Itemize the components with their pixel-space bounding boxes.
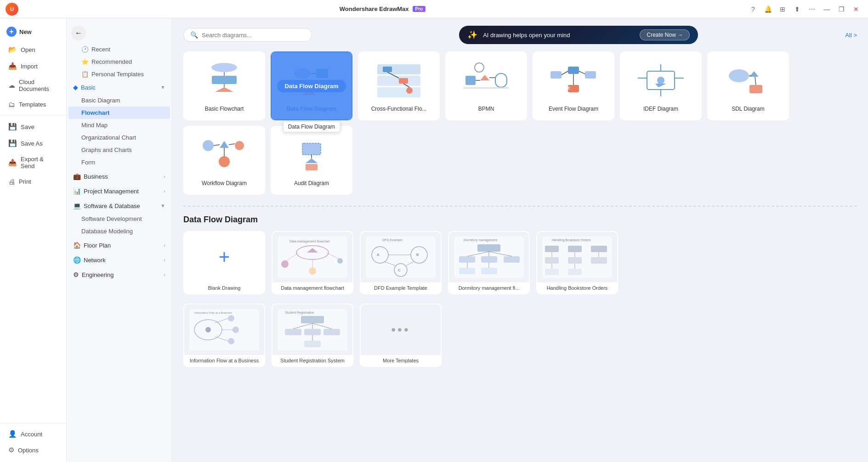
nav-item-graphs[interactable]: Graphs and Charts: [68, 144, 170, 156]
svg-point-66: [337, 258, 343, 264]
sidebar-item-templates[interactable]: 🗂 Templates: [2, 97, 64, 112]
all-link[interactable]: All >: [845, 32, 857, 39]
search-icon: 🔍: [190, 31, 198, 39]
sidebar-item-account[interactable]: 👤 Account: [2, 426, 64, 442]
template-card-student[interactable]: Student Registration Student Registratio…: [272, 304, 353, 367]
nav-section-project-header[interactable]: 📊Project Management ›: [67, 184, 172, 198]
diagram-card-basic-flowchart[interactable]: Basic Flowchart: [183, 51, 265, 120]
sidebar-item-save[interactable]: 💾 Save: [2, 119, 64, 135]
account-label: Account: [21, 431, 42, 438]
chevron-right-icon-business: ›: [164, 174, 165, 179]
create-new-overlay[interactable]: Data Flow Diagram: [272, 52, 352, 119]
template-card-dfd[interactable]: DFD Example A B C DFD Example Template: [360, 231, 442, 294]
more-button[interactable]: ⋯: [806, 3, 818, 16]
diagram-card-sdl[interactable]: SDL Diagram: [707, 51, 789, 120]
sidebar-item-print[interactable]: 🖨 Print: [2, 174, 64, 189]
export-icon: 📤: [8, 158, 17, 167]
notification-button[interactable]: 🔔: [761, 3, 774, 16]
svg-rect-83: [481, 256, 497, 263]
template-card-dormitory[interactable]: Dormitory management Dormitor: [448, 231, 530, 294]
templates-label: Templates: [19, 101, 46, 108]
template-card-data-mgmt[interactable]: Data management flowchart Data managemen…: [272, 231, 353, 294]
diagram-card-label-bpmn: BPMN: [478, 106, 494, 112]
nav-item-personal-templates[interactable]: 📋Personal Templates: [68, 68, 170, 80]
diagram-card-label-basic-flowchart: Basic Flowchart: [205, 106, 244, 112]
chevron-right-icon-network: ›: [164, 257, 165, 263]
nav-item-recent[interactable]: 🕐Recent: [68, 43, 170, 56]
svg-text:DFD Example: DFD Example: [382, 238, 403, 242]
search-bar[interactable]: 🔍: [183, 28, 312, 42]
sidebar-item-export[interactable]: 📤 Export & Send: [2, 152, 64, 173]
nav-item-recommended[interactable]: ⭐Recommended: [68, 56, 170, 68]
svg-rect-85: [459, 268, 475, 274]
nav-item-flowchart[interactable]: Flowchart: [68, 107, 170, 119]
diagram-card-img-basic-flowchart: [194, 60, 254, 101]
ai-icon: ✨: [467, 30, 477, 40]
template-card-info-flow[interactable]: Information Flow at a Business Informati…: [183, 304, 265, 367]
nav-section-software-items: Software Development Database Modeling: [67, 213, 172, 237]
nav-section-basic-header[interactable]: ◆Basic ▼: [67, 80, 172, 94]
nav-item-org-chart[interactable]: Organizational Chart: [68, 131, 170, 144]
nav-section-project: 📊Project Management ›: [67, 184, 172, 198]
maximize-button[interactable]: ❐: [835, 3, 848, 16]
diagram-card-bpmn[interactable]: BPMN: [445, 51, 527, 120]
diagram-card-cross-functional[interactable]: Cross-Functional Flo...: [358, 51, 440, 120]
svg-rect-97: [545, 257, 559, 264]
svg-text:Data management flowchart: Data management flowchart: [289, 240, 330, 243]
svg-marker-21: [480, 75, 489, 80]
nav-item-mind-map[interactable]: Mind Map: [68, 119, 170, 131]
create-new-button[interactable]: Data Flow Diagram: [277, 80, 346, 92]
nav-section-engineering-header[interactable]: ⚙Engineering ›: [67, 268, 172, 282]
plus-icon: +: [219, 246, 230, 268]
diagram-card-idef[interactable]: IDEF Diagram: [620, 51, 702, 120]
sidebar-item-import[interactable]: 📥 Import: [2, 58, 64, 74]
svg-rect-15: [383, 67, 392, 72]
svg-rect-27: [550, 71, 562, 79]
nav-item-database-modeling[interactable]: Database Modeling: [68, 225, 170, 237]
nav-section-network: 🌐Network ›: [67, 253, 172, 267]
sidebar-item-new[interactable]: + New: [2, 23, 64, 40]
svg-point-64: [281, 260, 289, 268]
nav-item-basic-diagram[interactable]: Basic Diagram: [68, 94, 170, 107]
svg-point-47: [203, 140, 214, 151]
nav-section-floorplan-header[interactable]: 🏠Floor Plan ›: [67, 238, 172, 252]
svg-line-46: [755, 77, 756, 85]
back-button[interactable]: ←: [71, 26, 86, 40]
nav-item-software-dev[interactable]: Software Development: [68, 213, 170, 225]
minimize-button[interactable]: —: [820, 3, 833, 16]
diagram-card-img-workflow: [194, 134, 254, 175]
apps-button[interactable]: ⊞: [776, 3, 789, 16]
template-card-label-dormitory: Dormitory management fl...: [449, 282, 529, 293]
svg-rect-82: [459, 256, 475, 263]
template-card-bookstore[interactable]: Handling Bookstore Orders: [536, 231, 618, 294]
help-button[interactable]: ?: [747, 3, 760, 16]
svg-rect-123: [304, 341, 321, 347]
print-icon: 🖨: [8, 178, 15, 186]
diagram-card-data-flow[interactable]: AI Data Flow Diagram Data Flow Diagram D…: [271, 51, 352, 120]
chevron-right-icon-engineering: ›: [164, 272, 165, 277]
template-card-label-dfd: DFD Example Template: [361, 282, 441, 293]
diagram-card-workflow[interactable]: Workflow Diagram: [183, 126, 265, 195]
template-card-more[interactable]: ••• More Templates: [360, 304, 442, 367]
nav-item-form[interactable]: Form: [68, 156, 170, 169]
ai-create-button[interactable]: Create Now →: [640, 29, 690, 40]
svg-rect-1: [212, 76, 237, 84]
nav-section-business-header[interactable]: 💼Business ›: [67, 169, 172, 183]
svg-rect-68: [366, 237, 435, 278]
template-card-img-student: Student Registration: [272, 304, 352, 355]
sidebar-item-options[interactable]: ⚙ Options: [2, 442, 64, 458]
sidebar-item-saveas[interactable]: 💾 Save As: [2, 135, 64, 151]
sidebar-item-cloud[interactable]: ☁ Cloud Documents: [2, 75, 64, 96]
diagram-card-audit[interactable]: Audit Diagram: [271, 126, 352, 195]
nav-section-network-header[interactable]: 🌐Network ›: [67, 253, 172, 267]
share-button[interactable]: ⬆: [791, 3, 804, 16]
nav-section-software-header[interactable]: 💻Software & Database ▼: [67, 199, 172, 213]
avatar[interactable]: U: [6, 3, 18, 16]
template-card-blank[interactable]: + Blank Drawing: [183, 231, 265, 294]
close-button[interactable]: ✕: [850, 3, 862, 16]
template-card-label-bookstore: Handling Bookstore Orders: [537, 282, 617, 293]
search-input[interactable]: [202, 32, 305, 39]
sidebar-item-open[interactable]: 📂 Open: [2, 42, 64, 57]
svg-line-51: [214, 145, 220, 146]
diagram-card-event-flow[interactable]: E Event Flow Diagram: [533, 51, 614, 120]
